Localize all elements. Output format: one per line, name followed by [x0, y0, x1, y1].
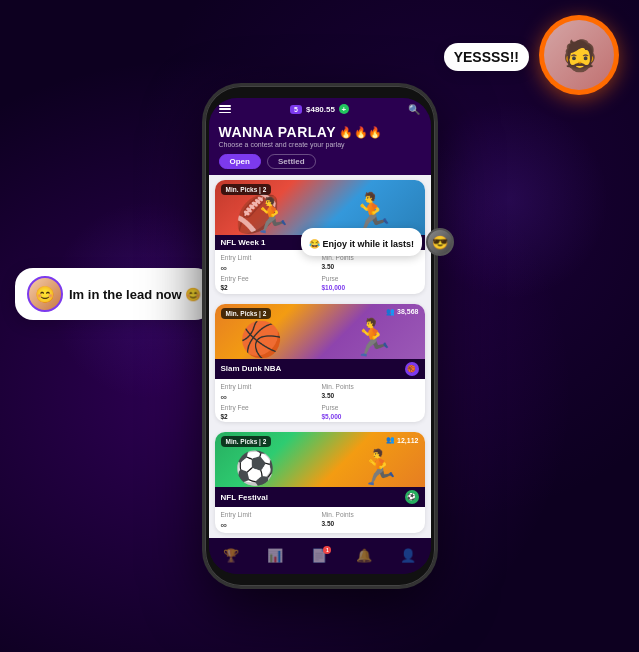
nav-tickets[interactable]: 📄 1	[311, 548, 327, 563]
big-avatar-container: YESSSS!! 🧔	[539, 15, 619, 95]
card-image-nfl: 🏈 🏃 🏃 Min. Picks | 2	[215, 180, 425, 235]
filter-open[interactable]: Open	[219, 154, 261, 169]
card-image-nba: 🏀 🏃 Min. Picks | 2 👥 38,568	[215, 304, 425, 359]
app-subtitle: Choose a contest and create your parlay	[219, 141, 421, 148]
card-label-3: Min. Picks | 2	[221, 436, 272, 447]
bottom-nav: 🏆 📊 📄 1 🔔 👤	[209, 538, 431, 574]
card-badge-players-2: 👥 38,568	[386, 308, 418, 316]
phone-screen: 5 $480.55 + 🔍 WANNA PARLAY 🔥🔥🔥 Choose a …	[209, 98, 431, 574]
card-label-1: Min. Picks | 2	[221, 184, 272, 195]
card-title-bar-3: NFL Festival ⚽	[215, 487, 425, 507]
card-details-3: Entry Limit Min. Points ∞ 3.50	[215, 507, 425, 533]
chat-bubble-lead: 😊 Im in the lead now 😊	[15, 268, 213, 320]
filter-settled[interactable]: Settled	[267, 154, 316, 169]
contest-card-nba[interactable]: 🏀 🏃 Min. Picks | 2 👥 38,568 Slam Dunk NB…	[215, 304, 425, 423]
card-details-1: Entry Limit Min. Points ∞ 3.50 Entry Fee…	[215, 250, 425, 294]
big-avatar-face: 🧔	[544, 20, 614, 90]
hamburger-icon[interactable]	[219, 105, 231, 113]
trophy-icon: 🏆	[223, 548, 239, 563]
tickets-badge: 1	[323, 546, 331, 554]
nav-stats[interactable]: 📊	[267, 548, 283, 563]
card-label-2: Min. Picks | 2	[221, 308, 272, 319]
sport-icon-soccer: ⚽	[405, 490, 419, 504]
nav-trophy[interactable]: 🏆	[223, 548, 239, 563]
status-bar-left	[219, 105, 231, 113]
sport-icon-nba: 🏀	[405, 362, 419, 376]
enjoy-bubble-container: 😂 Enjoy it while it lasts! 😎	[301, 228, 454, 256]
card-title-bar-2: Slam Dunk NBA 🏀	[215, 359, 425, 379]
nav-profile[interactable]: 👤	[400, 548, 416, 563]
yessss-bubble: YESSSS!!	[444, 43, 529, 71]
card-details-2: Entry Limit Min. Points ∞ 3.50 Entry Fee…	[215, 379, 425, 423]
phone-shell: 5 $480.55 + 🔍 WANNA PARLAY 🔥🔥🔥 Choose a …	[205, 86, 435, 586]
big-avatar-ring: 🧔	[539, 15, 619, 95]
balance-display: $480.55	[306, 105, 335, 114]
contest-card-festival[interactable]: ⚽ 🏃 Min. Picks | 2 👥 12,112 NFL Festival…	[215, 432, 425, 533]
enjoy-avatar: 😎	[426, 228, 454, 256]
enjoy-bubble-text: 😂 Enjoy it while it lasts!	[309, 239, 414, 249]
ticket-badge: 5	[290, 105, 302, 114]
card-image-festival: ⚽ 🏃 Min. Picks | 2 👥 12,112	[215, 432, 425, 487]
app-title: WANNA PARLAY 🔥🔥🔥	[219, 124, 421, 140]
phone-wrapper: 5 $480.55 + 🔍 WANNA PARLAY 🔥🔥🔥 Choose a …	[205, 86, 435, 586]
filter-tabs: Open Settled	[209, 154, 431, 175]
status-bar-center: 5 $480.55 +	[290, 104, 349, 114]
yessss-text: YESSSS!!	[454, 49, 519, 65]
nav-notifications[interactable]: 🔔	[356, 548, 372, 563]
enjoy-bubble: 😂 Enjoy it while it lasts!	[301, 228, 422, 256]
chat-bubble-1-text: Im in the lead now 😊	[69, 287, 201, 302]
add-funds-button[interactable]: +	[339, 104, 349, 114]
search-icon[interactable]: 🔍	[408, 104, 420, 115]
chat-avatar-1: 😊	[27, 276, 63, 312]
fire-emojis: 🔥🔥🔥	[339, 126, 383, 139]
status-bar: 5 $480.55 + 🔍	[209, 98, 431, 120]
notifications-icon: 🔔	[356, 548, 372, 563]
stats-icon: 📊	[267, 548, 283, 563]
app-header: WANNA PARLAY 🔥🔥🔥 Choose a contest and cr…	[209, 120, 431, 154]
profile-icon: 👤	[400, 548, 416, 563]
card-badge-players-3: 👥 12,112	[386, 436, 418, 444]
